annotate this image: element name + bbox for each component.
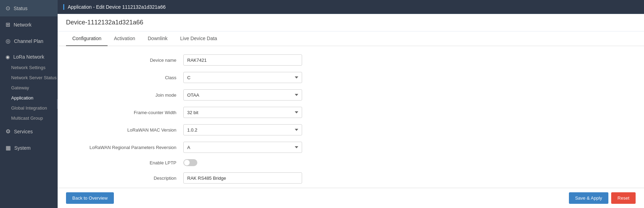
enable-lptp-label: Enable LPTP xyxy=(72,160,183,165)
back-to-overview-button[interactable]: Back to Overview xyxy=(66,192,114,204)
form-row-enable-lptp: Enable LPTP xyxy=(72,159,630,166)
system-icon: ▦ xyxy=(6,144,11,151)
enable-lptp-toggle[interactable] xyxy=(183,159,197,166)
lorawan-regional-label: LoRaWAN Regional Parameters Reversion xyxy=(72,145,183,150)
lorawan-mac-label: LoRaWAN MAC Version xyxy=(72,127,183,133)
form-row-device-name: Device name xyxy=(72,54,630,66)
content-area: Device-1112132a1d321a66 Configuration Ac… xyxy=(58,14,644,208)
sidebar-item-network-server-status[interactable]: Network Server Status xyxy=(0,73,58,83)
footer: Back to Overview Save & Apply Reset xyxy=(58,188,644,208)
class-select[interactable]: C A B xyxy=(183,72,302,83)
topbar: Application - Edit Device 1112132a1d321a… xyxy=(58,0,644,14)
form-row-lorawan-regional: LoRaWAN Regional Parameters Reversion A … xyxy=(72,142,630,153)
frame-counter-select[interactable]: 32 bit 16 bit xyxy=(183,107,302,118)
lorawan-mac-select[interactable]: 1.0.2 1.0.0 1.0.1 1.0.3 1.1.0 xyxy=(183,124,302,135)
page-header: Device-1112132a1d321a66 xyxy=(58,14,644,31)
sidebar-item-channel-plan[interactable]: ◎ Channel Plan xyxy=(0,33,58,49)
sidebar-label-channel-plan: Channel Plan xyxy=(14,38,43,44)
sidebar-label-lora-network: LoRa Network xyxy=(13,54,44,60)
tab-downlink[interactable]: Downlink xyxy=(141,31,174,46)
form-row-description: Description xyxy=(72,172,630,184)
join-mode-select[interactable]: OTAA ABP xyxy=(183,89,302,101)
description-input[interactable] xyxy=(183,172,302,184)
sidebar-item-network[interactable]: ⊞ Network xyxy=(0,16,58,33)
footer-right-actions: Save & Apply Reset xyxy=(569,192,636,204)
form-row-lorawan-mac: LoRaWAN MAC Version 1.0.2 1.0.0 1.0.1 1.… xyxy=(72,124,630,135)
sidebar-item-system[interactable]: ▦ System xyxy=(0,140,58,156)
network-icon: ⊞ xyxy=(6,21,10,28)
sidebar-label-status: Status xyxy=(14,6,28,11)
frame-counter-label: Frame-counter Width xyxy=(72,110,183,115)
join-mode-label: Join mode xyxy=(72,92,183,98)
reset-button[interactable]: Reset xyxy=(611,192,636,204)
sidebar-item-global-integration[interactable]: Global Integration xyxy=(0,103,58,113)
form-row-frame-counter: Frame-counter Width 32 bit 16 bit xyxy=(72,107,630,118)
device-name-input[interactable] xyxy=(183,54,302,66)
tab-activation[interactable]: Activation xyxy=(108,31,141,46)
sidebar: ⊙ Status ⊞ Network ◎ Channel Plan ◉ LoRa… xyxy=(0,0,58,208)
sidebar-item-gateway[interactable]: Gateway xyxy=(0,83,58,93)
form-row-join-mode: Join mode OTAA ABP xyxy=(72,89,630,101)
save-apply-button[interactable]: Save & Apply xyxy=(569,192,608,204)
form-area: Device name Class C A B Join mode OTAA A… xyxy=(58,46,644,188)
sidebar-item-network-settings[interactable]: Network Settings xyxy=(0,62,58,73)
sidebar-item-application[interactable]: Application xyxy=(0,93,58,103)
description-label: Description xyxy=(72,176,183,181)
sidebar-item-lora-network[interactable]: ◉ LoRa Network xyxy=(0,49,58,62)
status-icon: ⊙ xyxy=(6,5,10,12)
device-name-label: Device name xyxy=(72,58,183,63)
services-icon: ⚙ xyxy=(6,128,10,135)
topbar-title: Application - Edit Device 1112132a1d321a… xyxy=(63,4,166,10)
form-row-class: Class C A B xyxy=(72,72,630,83)
page-title: Device-1112132a1d321a66 xyxy=(66,19,636,26)
tabs-bar: Configuration Activation Downlink Live D… xyxy=(58,31,644,46)
sidebar-item-status[interactable]: ⊙ Status xyxy=(0,0,58,16)
sidebar-collapse-button[interactable]: ◂ xyxy=(57,99,58,109)
lorawan-regional-select[interactable]: A B xyxy=(183,142,302,153)
main-content: Application - Edit Device 1112132a1d321a… xyxy=(58,0,644,208)
sidebar-label-services: Services xyxy=(14,129,33,134)
sidebar-label-network: Network xyxy=(14,22,31,28)
class-label: Class xyxy=(72,75,183,80)
channel-plan-icon: ◎ xyxy=(6,38,10,44)
sidebar-item-services[interactable]: ⚙ Services xyxy=(0,123,58,140)
sidebar-item-multicast-group[interactable]: Multicast Group xyxy=(0,113,58,123)
sidebar-label-system: System xyxy=(14,145,31,151)
tab-live-device-data[interactable]: Live Device Data xyxy=(174,31,224,46)
lora-network-icon: ◉ xyxy=(6,54,10,60)
tab-configuration[interactable]: Configuration xyxy=(66,31,108,46)
